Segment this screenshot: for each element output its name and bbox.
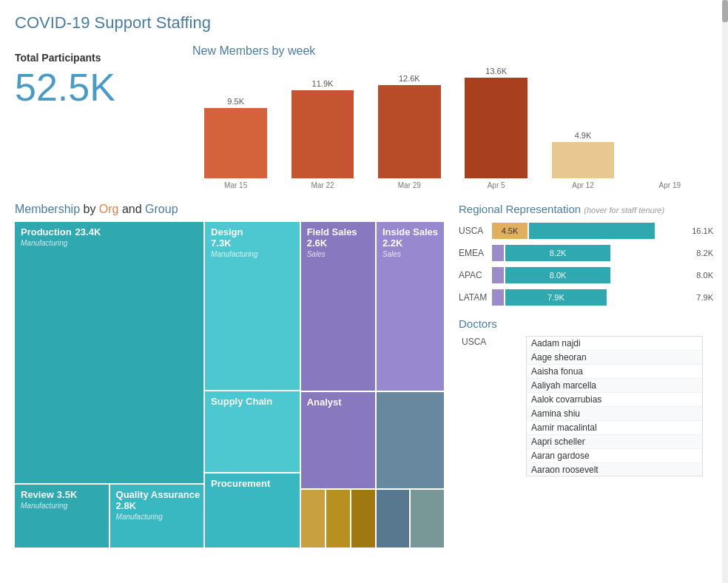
- tm-procurement[interactable]: Procurement: [205, 474, 300, 547]
- tm-field-sales[interactable]: Field Sales 2.6K Sales: [301, 222, 375, 391]
- tm-small-cells: [301, 490, 375, 547]
- bar-bottom-label: Mar 15: [224, 181, 247, 189]
- bar-top-label: 13.6K: [485, 67, 507, 75]
- region-row-emea[interactable]: EMEA8.2K8.2K: [459, 245, 713, 261]
- treemap-section: Membership by Org and Group Production 2…: [15, 203, 444, 547]
- treemap-col-3: Field Sales 2.6K Sales Analyst: [301, 222, 375, 547]
- bar-chart-section: New Members by week 9.5KMar 1511.9KMar 2…: [192, 44, 713, 189]
- regional-title-text: Regional Representation: [459, 203, 581, 215]
- region-bar-seg: 8.2K: [505, 245, 610, 261]
- bar-chart: 9.5KMar 1511.9KMar 2212.6KMar 2913.6KApr…: [192, 64, 713, 189]
- region-row-apac[interactable]: APAC8.0K8.0K: [459, 267, 713, 283]
- region-bar-total-label: 8.2K: [696, 249, 713, 257]
- tm-analyst[interactable]: Analyst: [301, 392, 375, 488]
- page-title: COVID-19 Support Staffing: [15, 13, 713, 33]
- doctors-scrollbar-cell: [706, 334, 713, 478]
- doctors-region-cell: USCA: [459, 334, 523, 478]
- total-participants-panel: Total Participants 52.5K: [15, 44, 178, 189]
- tm-inside-sales[interactable]: Inside Sales 2.2K Sales: [377, 222, 444, 391]
- bar-group-Mar-29[interactable]: 12.6KMar 29: [366, 74, 453, 189]
- doctors-scrollbar[interactable]: [722, 0, 728, 583]
- doctor-item[interactable]: Aaisha fonua: [527, 365, 702, 379]
- doctor-item[interactable]: Aamina shiu: [527, 407, 702, 421]
- doctor-item[interactable]: Aamir macalintal: [527, 421, 702, 435]
- treemap-col-4: Inside Sales 2.2K Sales: [377, 222, 444, 547]
- doctors-section: Doctors USCA Aadam najdiAage sheoranAais…: [459, 317, 713, 478]
- bar-rect[interactable]: [378, 85, 440, 178]
- bar-rect[interactable]: [552, 142, 614, 178]
- regional-section: Regional Representation (hover for staff…: [459, 203, 713, 547]
- tm-quality-assurance[interactable]: Quality Assurance 2.8K Manufacturing: [110, 485, 204, 547]
- bar-rect[interactable]: [465, 78, 527, 178]
- doctor-item[interactable]: Aaran gardose: [527, 449, 702, 463]
- doctor-item[interactable]: Aalok covarrubias: [527, 393, 702, 407]
- tm-design[interactable]: Design 7.3K Manufacturing: [205, 222, 300, 390]
- region-bar-total-label: 16.1K: [692, 226, 713, 235]
- treemap-col-1-bottom: Review 3.5K Manufacturing Quality Assura…: [15, 485, 203, 547]
- bar-top-label: 12.6K: [399, 74, 420, 83]
- tm-analyst-name: Analyst: [307, 397, 369, 408]
- tm-small-1[interactable]: [301, 490, 325, 547]
- tm-supply-chain[interactable]: Supply Chain: [205, 391, 300, 473]
- tm-field-sales-name: Field Sales: [307, 226, 369, 237]
- tm-review-name: Review: [21, 489, 54, 500]
- tm-production-num: 23.4K: [75, 226, 101, 237]
- tm-design-sub: Manufacturing: [211, 250, 294, 258]
- tm-design-name: Design: [211, 226, 294, 237]
- regional-hover-hint: (hover for staff tenure): [584, 206, 664, 215]
- doctors-list[interactable]: Aadam najdiAage sheoranAaisha fonuaAaliy…: [526, 336, 703, 476]
- bar-bottom-label: Apr 12: [572, 181, 593, 189]
- bar-bottom-label: Mar 29: [398, 181, 421, 189]
- doctor-item[interactable]: Aaliyah marcella: [527, 379, 702, 393]
- tm-inside-sales-name: Inside Sales: [382, 226, 438, 237]
- bar-group-Mar-15[interactable]: 9.5KMar 15: [192, 97, 279, 189]
- total-participants-label: Total Participants: [15, 52, 178, 64]
- doctor-item[interactable]: Aaraon roosevelt: [527, 463, 702, 476]
- tm-production-sub: Manufacturing: [21, 239, 198, 247]
- treemap-title: Membership by Org and Group: [15, 203, 444, 216]
- region-bar-seg: [492, 267, 504, 283]
- tm-col4-small-2[interactable]: [411, 490, 444, 547]
- region-bar-container: 8.2K: [492, 245, 693, 261]
- bar-chart-title: New Members by week: [192, 44, 713, 58]
- bar-group-Mar-22[interactable]: 11.9KMar 22: [279, 79, 365, 189]
- bar-rect[interactable]: [291, 90, 354, 178]
- bar-bottom-label: Apr 5: [488, 181, 505, 189]
- treemap: Production 23.4K Manufacturing Review 3.…: [15, 222, 444, 547]
- region-label: LATAM: [459, 292, 492, 303]
- doctor-item[interactable]: Aadam najdi: [527, 337, 702, 351]
- bar-top-label: 9.5K: [227, 97, 244, 106]
- doctor-item[interactable]: Aapri scheller: [527, 435, 702, 449]
- region-bar-total-label: 7.9K: [696, 293, 713, 302]
- tm-inside-sales-sub: Sales: [382, 250, 438, 258]
- tm-review[interactable]: Review 3.5K Manufacturing: [15, 485, 109, 547]
- bar-group-Apr-19[interactable]: Apr 19: [627, 176, 713, 189]
- tm-supply-chain-name: Supply Chain: [211, 396, 294, 407]
- bar-group-Apr-12[interactable]: 4.9KApr 12: [539, 131, 626, 189]
- tm-col4-small-1[interactable]: [377, 490, 410, 547]
- tm-col4-small: [377, 490, 444, 547]
- region-bar-seg: 7.9K: [505, 289, 606, 306]
- tm-small-3[interactable]: [351, 490, 375, 547]
- doctor-item[interactable]: Aage sheoran: [527, 351, 702, 365]
- tm-production[interactable]: Production 23.4K Manufacturing: [15, 222, 203, 483]
- tm-design-num: 7.3K: [211, 237, 294, 249]
- bar-group-Apr-5[interactable]: 13.6KApr 5: [453, 67, 539, 189]
- tm-qa-num: 2.8K: [116, 500, 198, 511]
- region-bar-seg: [492, 289, 504, 306]
- tm-inside-sales-num: 2.2K: [382, 237, 438, 249]
- region-row-usca[interactable]: USCA4.5K16.1K: [459, 223, 713, 239]
- middle-row: Membership by Org and Group Production 2…: [15, 203, 713, 547]
- bar-bottom-label: Mar 22: [311, 181, 334, 189]
- tm-production-name: Production: [21, 226, 72, 237]
- tm-field-sales-sub: Sales: [307, 250, 369, 258]
- tm-col4-bottom[interactable]: [377, 392, 444, 488]
- region-bar-container: 4.5K: [492, 223, 689, 239]
- bar-top-label: 4.9K: [575, 131, 592, 140]
- region-row-latam[interactable]: LATAM7.9K7.9K: [459, 289, 713, 306]
- region-bar-seg: [492, 245, 504, 261]
- tm-small-2[interactable]: [326, 490, 350, 547]
- top-row: Total Participants 52.5K New Members by …: [15, 44, 713, 189]
- bar-rect[interactable]: [204, 108, 266, 178]
- treemap-col-1: Production 23.4K Manufacturing Review 3.…: [15, 222, 203, 547]
